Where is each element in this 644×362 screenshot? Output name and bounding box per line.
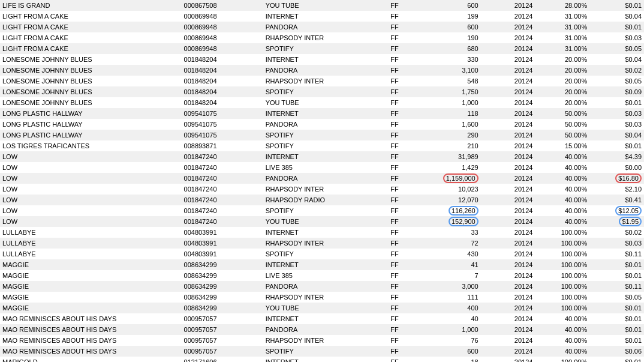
table-row: LONG PLASTIC HALLWAY009541075SPOTIFYFF29… (0, 130, 644, 140)
table-row: LONESOME JOHNNY BLUES001848204SPOTIFYFF1… (0, 86, 644, 97)
table-row: LONESOME JOHNNY BLUES001848204YOU TUBEFF… (0, 97, 644, 108)
table-row: LOW001847240YOU TUBEFF152,9002012440.00%… (0, 216, 644, 227)
royalties-table: LIFE IS GRAND000867508YOU TUBEFF60020124… (0, 0, 644, 362)
table-row: LONESOME JOHNNY BLUES001848204PANDORAFF3… (0, 65, 644, 76)
table-row: LOW001847240RHAPSODY RADIOFF12,070201244… (0, 195, 644, 205)
table-row: LIGHT FROM A CAKE000869948PANDORAFF60020… (0, 22, 644, 32)
table-row: LONESOME JOHNNY BLUES001848204INTERNETFF… (0, 54, 644, 65)
table-row: LONG PLASTIC HALLWAY009541075PANDORAFF1,… (0, 119, 644, 130)
table-row: LULLABYE004803991SPOTIFYFF43020124100.00… (0, 249, 644, 259)
table-row: MAO REMINISCES ABOUT HIS DAYS000957057SP… (0, 346, 644, 357)
table-row: LIGHT FROM A CAKE000869948SPOTIFYFF68020… (0, 43, 644, 54)
table-row: MAO REMINISCES ABOUT HIS DAYS000957057PA… (0, 324, 644, 335)
table-row: LONESOME JOHNNY BLUES001848204RHAPSODY I… (0, 76, 644, 86)
table-row: LOW001847240PANDORAFF1,159,0002012440.00… (0, 173, 644, 184)
table-row: LOW001847240RHAPSODY INTERFF10,023201244… (0, 184, 644, 195)
table-row: MAO REMINISCES ABOUT HIS DAYS000957057RH… (0, 335, 644, 346)
table-row: LIGHT FROM A CAKE000869948INTERNETFF1992… (0, 11, 644, 22)
table-row: LOS TIGRES TRAFICANTES008893871SPOTIFYFF… (0, 140, 644, 151)
table-row: LONG PLASTIC HALLWAY009541075INTERNETFF1… (0, 108, 644, 119)
table-row: LULLABYE004803991INTERNETFF3320124100.00… (0, 227, 644, 238)
table-row: LOW001847240LIVE 385FF1,4292012440.00%$0… (0, 162, 644, 173)
table-row: MAGGIE008634299PANDORAFF3,00020124100.00… (0, 281, 644, 292)
table-row: MAGGIE008634299INTERNETFF4120124100.00%$… (0, 259, 644, 270)
table-row: MAGGIE008634299YOU TUBEFF40020124100.00%… (0, 303, 644, 313)
table-row: LOW001847240INTERNETFF31,9892012440.00%$… (0, 151, 644, 162)
table-row: LIGHT FROM A CAKE000869948RHAPSODY INTER… (0, 32, 644, 43)
table-row: MARIGOLD012171606INTERNETFF1820124100.00… (0, 357, 644, 362)
table-row: LULLABYE004803991RHAPSODY INTERFF7220124… (0, 238, 644, 249)
table-row: MAGGIE008634299RHAPSODY INTERFF111201241… (0, 292, 644, 303)
table-row: LIFE IS GRAND000867508YOU TUBEFF60020124… (0, 0, 644, 11)
table-row: LOW001847240SPOTIFYFF116,2602012440.00%$… (0, 205, 644, 216)
main-table-container[interactable]: LIFE IS GRAND000867508YOU TUBEFF60020124… (0, 0, 644, 362)
table-row: MAGGIE008634299LIVE 385FF720124100.00%$0… (0, 270, 644, 281)
table-row: MAO REMINISCES ABOUT HIS DAYS000957057IN… (0, 313, 644, 324)
